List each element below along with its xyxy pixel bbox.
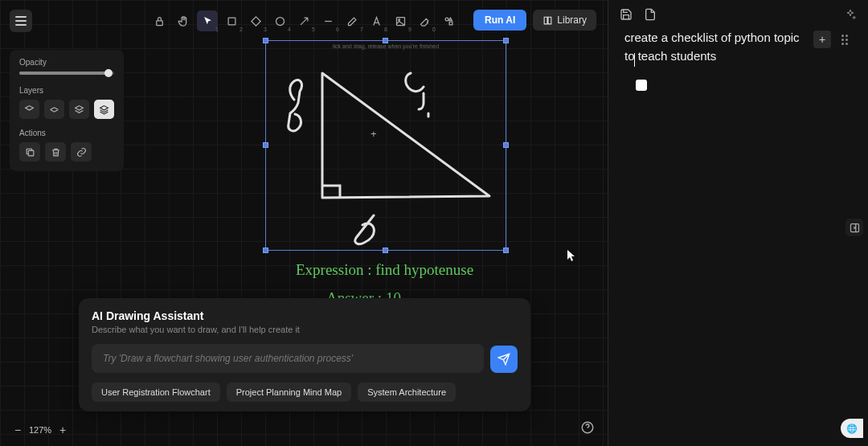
hand-drawn-triangle	[282, 53, 491, 246]
layer-front-button[interactable]	[94, 100, 114, 119]
checkbox[interactable]	[636, 80, 647, 91]
svg-point-2	[276, 17, 284, 25]
drag-handle[interactable]	[837, 31, 852, 48]
svg-rect-6	[449, 22, 452, 25]
lock-tool[interactable]	[149, 10, 170, 31]
add-block-button[interactable]: +	[813, 31, 831, 48]
delete-button[interactable]	[45, 142, 66, 162]
svg-rect-0	[156, 20, 162, 25]
zoom-value: 127%	[29, 425, 51, 435]
suggestion-chip[interactable]: User Registration Flowchart	[92, 383, 220, 402]
resize-handle[interactable]	[263, 248, 268, 253]
properties-panel: Opacity Layers Actions	[10, 50, 124, 171]
opacity-slider[interactable]	[19, 72, 114, 75]
resize-handle[interactable]	[263, 38, 268, 43]
arrow-tool[interactable]: 5	[293, 10, 314, 31]
layers-label: Layers	[19, 86, 114, 95]
document-icon[interactable]	[644, 8, 657, 21]
rectangle-tool[interactable]: 2	[221, 10, 242, 31]
resize-handle[interactable]	[503, 248, 509, 253]
mouse-cursor-icon	[567, 250, 575, 264]
ai-assistant-panel: AI Drawing Assistant Describe what you w…	[79, 298, 530, 411]
layer-backward-button[interactable]	[44, 100, 64, 119]
help-button[interactable]	[579, 419, 596, 436]
drag-hint: lick and drag, release when you're finis…	[333, 43, 439, 49]
text-tool[interactable]: 8	[366, 10, 387, 31]
link-button[interactable]	[71, 142, 92, 162]
sparkle-icon[interactable]	[844, 8, 857, 21]
collapse-panel-button[interactable]	[845, 219, 863, 236]
canvas-selection[interactable]: lick and drag, release when you're finis…	[265, 40, 506, 251]
suggestion-chip[interactable]: System Architecture	[358, 383, 456, 402]
zoom-in-button[interactable]: +	[56, 423, 69, 436]
image-tool[interactable]: 9	[390, 10, 411, 31]
hamburger-menu[interactable]	[10, 10, 32, 32]
svg-point-5	[445, 18, 448, 21]
draw-tool[interactable]: 7	[342, 10, 362, 31]
duplicate-button[interactable]	[19, 142, 40, 162]
actions-label: Actions	[19, 129, 114, 137]
expression-text: Expression : find hypotenuse	[296, 261, 473, 279]
ai-title: AI Drawing Assistant	[92, 309, 518, 322]
send-icon	[497, 353, 510, 366]
layer-forward-button[interactable]	[69, 100, 89, 119]
pointer-tool[interactable]: 1	[197, 10, 218, 31]
book-icon	[542, 15, 553, 26]
checklist-title-row: create a checklist of python topic to te…	[608, 26, 868, 68]
svg-point-4	[398, 18, 399, 20]
resize-handle[interactable]	[383, 248, 388, 253]
ai-subtitle: Describe what you want to draw, and I'll…	[92, 325, 518, 334]
resize-handle[interactable]	[383, 38, 388, 43]
send-button[interactable]	[490, 346, 518, 373]
resize-handle[interactable]	[503, 38, 509, 43]
shapes-tool[interactable]	[438, 10, 459, 31]
crosshair-cursor: +	[371, 128, 377, 140]
eraser-tool[interactable]: 0	[414, 10, 435, 31]
svg-rect-7	[28, 150, 34, 156]
ellipse-tool[interactable]: 4	[269, 10, 290, 31]
main-toolbar: 1 2 3 4 5 6 7 8 9 0	[149, 10, 459, 32]
opacity-label: Opacity	[19, 58, 114, 67]
resize-handle[interactable]	[263, 142, 268, 148]
zoom-out-button[interactable]: −	[11, 423, 24, 436]
note-text[interactable]: create a checklist of python topic to te…	[624, 29, 805, 65]
run-ai-button[interactable]: Run AI	[473, 10, 526, 31]
line-tool[interactable]: 6	[317, 10, 338, 31]
zoom-controls: − 127% +	[11, 423, 69, 436]
diamond-tool[interactable]: 3	[245, 10, 266, 31]
hand-tool[interactable]	[173, 10, 194, 31]
right-panel-toolbar	[608, 0, 868, 26]
resize-handle[interactable]	[503, 142, 509, 148]
brand-badge[interactable]: 🌐	[841, 419, 863, 438]
suggestion-chip[interactable]: Project Planning Mind Map	[227, 383, 351, 402]
ai-prompt-input[interactable]	[92, 344, 484, 373]
save-icon[interactable]	[620, 8, 633, 21]
checklist-row	[608, 68, 868, 102]
library-button[interactable]: Library	[533, 10, 596, 31]
layer-back-button[interactable]	[19, 100, 39, 119]
svg-rect-1	[228, 18, 235, 25]
